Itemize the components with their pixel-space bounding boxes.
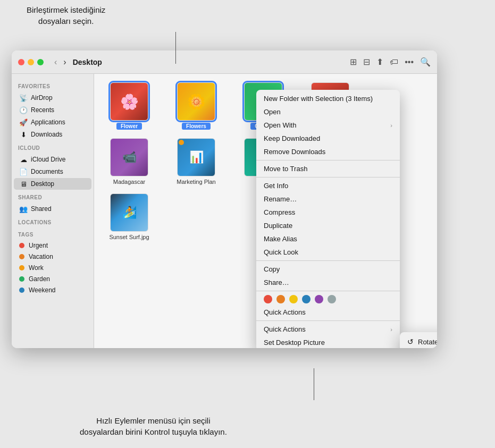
menu-divider-1 xyxy=(256,160,400,160)
tag-icon[interactable]: 🏷 xyxy=(390,57,398,67)
more-icon[interactable]: ••• xyxy=(405,57,414,67)
share-icon[interactable]: ⬆ xyxy=(376,57,383,67)
menu-item-open[interactable]: Open xyxy=(256,105,400,119)
menu-divider-4 xyxy=(256,291,400,291)
title-bar: ‹ › Desktop ⊞ ⊟ ⬆ 🏷 ••• 🔍 xyxy=(12,50,437,74)
submenu: ↺ Rotate Left 📄 Create PDF 🖼 Convert Ima… xyxy=(400,332,437,348)
sidebar-item-tag-urgent[interactable]: Urgent xyxy=(14,240,91,251)
icon-grid-view[interactable]: ⊞ xyxy=(350,57,357,67)
color-dot-blue[interactable] xyxy=(302,295,311,303)
sidebar-item-tag-weekend[interactable]: Weekend xyxy=(14,285,91,295)
chevron-right-icon: › xyxy=(390,122,392,129)
menu-item-quick-look[interactable]: Quick Look xyxy=(256,246,400,259)
window-title: Desktop xyxy=(73,58,102,66)
rotate-left-icon: ↺ xyxy=(407,337,414,346)
urgent-dot xyxy=(19,243,24,248)
icloud-drive-icon: ☁ xyxy=(19,155,28,164)
toolbar-actions: ⊞ ⊟ ⬆ 🏷 ••• 🔍 xyxy=(350,57,431,67)
file-thumb-madagascar xyxy=(110,138,148,176)
finder-window: ‹ › Desktop ⊞ ⊟ ⬆ 🏷 ••• 🔍 Favorites 📡 Ai… xyxy=(12,50,437,348)
garden-dot xyxy=(19,276,24,282)
annotation-bottom: Hızlı Eylemler menüsü için seçili dosyal… xyxy=(80,415,227,437)
minimize-button[interactable] xyxy=(28,59,34,65)
menu-divider-5 xyxy=(256,320,400,321)
chevron-right-quick-actions: › xyxy=(390,326,392,333)
menu-divider-3 xyxy=(256,260,400,261)
annotation-top: Birleştirmek istediğiniz dosyaları seçin… xyxy=(27,4,105,27)
nav-buttons: ‹ › xyxy=(52,56,69,68)
sidebar-item-airdrop[interactable]: 📡 AirDrop xyxy=(14,92,91,104)
close-button[interactable] xyxy=(18,59,24,65)
color-dots-row xyxy=(256,293,400,306)
tags-label: Tags xyxy=(12,227,94,240)
sidebar-item-downloads[interactable]: ⬇ Downloads xyxy=(14,129,91,140)
file-item-flowers[interactable]: Flowers xyxy=(170,82,223,130)
finder-body: Favorites 📡 AirDrop 🕐 Recents 🚀 Applicat… xyxy=(12,74,437,348)
file-badge-flower: Flower xyxy=(116,123,142,130)
favorites-label: Favorites xyxy=(12,79,94,91)
color-dot-purple[interactable] xyxy=(315,295,323,303)
menu-item-copy[interactable]: Copy xyxy=(256,263,400,276)
file-thumb-flowers xyxy=(177,82,215,121)
annotation-line-bottom xyxy=(314,368,314,400)
documents-icon: 📄 xyxy=(19,167,28,176)
sidebar-item-tag-garden[interactable]: Garden xyxy=(14,274,91,284)
work-dot xyxy=(19,265,24,271)
color-dot-gray[interactable] xyxy=(328,295,336,303)
menu-item-duplicate[interactable]: Duplicate xyxy=(256,219,400,232)
airdrop-icon: 📡 xyxy=(19,94,28,102)
file-name-sunset: Sunset Surf.jpg xyxy=(109,234,149,240)
file-name-marketing: Marketing Plan xyxy=(177,179,215,185)
menu-item-compress[interactable]: Compress xyxy=(256,206,400,219)
annotation-line-top xyxy=(175,32,176,64)
icon-column-view[interactable]: ⊟ xyxy=(363,57,370,67)
file-name-madagascar: Madagascar xyxy=(113,179,146,185)
file-badge-flowers: Flowers xyxy=(182,123,211,130)
menu-item-trash[interactable]: Move to Trash xyxy=(256,162,400,175)
file-thumb-flower xyxy=(110,82,148,121)
shared-section-label: Shared xyxy=(12,190,94,202)
menu-item-open-with[interactable]: Open With › xyxy=(256,119,400,132)
menu-item-keep-downloaded[interactable]: Keep Downloaded xyxy=(256,132,400,145)
traffic-lights xyxy=(18,59,44,65)
back-button[interactable]: ‹ xyxy=(52,56,59,68)
sidebar-item-shared[interactable]: 👥 Shared xyxy=(14,203,91,215)
sidebar-item-desktop[interactable]: 🖥 Desktop xyxy=(14,178,91,190)
file-item-marketing[interactable]: Marketing Plan xyxy=(170,138,223,185)
menu-item-rename[interactable]: Rename… xyxy=(256,192,400,206)
file-thumb-sunset xyxy=(110,193,148,232)
color-dot-red[interactable] xyxy=(264,295,272,303)
menu-item-new-folder[interactable]: New Folder with Selection (3 Items) xyxy=(256,92,400,105)
recents-icon: 🕐 xyxy=(19,106,28,114)
locations-label: Locations xyxy=(12,215,94,227)
file-item-flower[interactable]: Flower xyxy=(103,82,156,130)
sidebar-item-icloud-drive[interactable]: ☁ iCloud Drive xyxy=(14,154,91,165)
file-item-madagascar[interactable]: Madagascar xyxy=(103,138,156,185)
sidebar-item-applications[interactable]: 🚀 Applications xyxy=(14,116,91,128)
menu-item-share[interactable]: Share… xyxy=(256,276,400,289)
forward-button[interactable]: › xyxy=(61,56,68,68)
menu-item-quick-actions[interactable]: Quick Actions › xyxy=(256,323,400,336)
content-area[interactable]: Flower Flowers Gard... ...rket Mad xyxy=(94,74,437,348)
file-item-sunset[interactable]: Sunset Surf.jpg xyxy=(103,193,156,240)
sidebar-item-recents[interactable]: 🕐 Recents xyxy=(14,104,91,116)
menu-divider-2 xyxy=(256,177,400,177)
menu-item-get-info[interactable]: Get Info xyxy=(256,179,400,192)
maximize-button[interactable] xyxy=(37,59,44,65)
weekend-dot xyxy=(19,288,24,293)
sidebar: Favorites 📡 AirDrop 🕐 Recents 🚀 Applicat… xyxy=(12,74,94,348)
menu-item-set-desktop[interactable]: Set Desktop Picture xyxy=(256,336,400,348)
color-dot-orange[interactable] xyxy=(276,295,285,303)
sidebar-item-documents[interactable]: 📄 Documents xyxy=(14,166,91,177)
submenu-item-rotate-left[interactable]: ↺ Rotate Left xyxy=(400,334,437,348)
desktop-icon: 🖥 xyxy=(19,180,28,188)
sidebar-item-tag-work[interactable]: Work xyxy=(14,263,91,273)
search-icon[interactable]: 🔍 xyxy=(420,57,431,67)
marketing-dot xyxy=(179,140,184,145)
menu-item-remove-downloads[interactable]: Remove Downloads xyxy=(256,145,400,158)
sidebar-item-tag-vacation[interactable]: Vacation xyxy=(14,251,91,262)
menu-item-tags[interactable]: Quick Actions xyxy=(256,306,400,319)
context-menu: New Folder with Selection (3 Items) Open… xyxy=(256,90,400,348)
menu-item-make-alias[interactable]: Make Alias xyxy=(256,232,400,246)
color-dot-yellow[interactable] xyxy=(289,295,298,303)
